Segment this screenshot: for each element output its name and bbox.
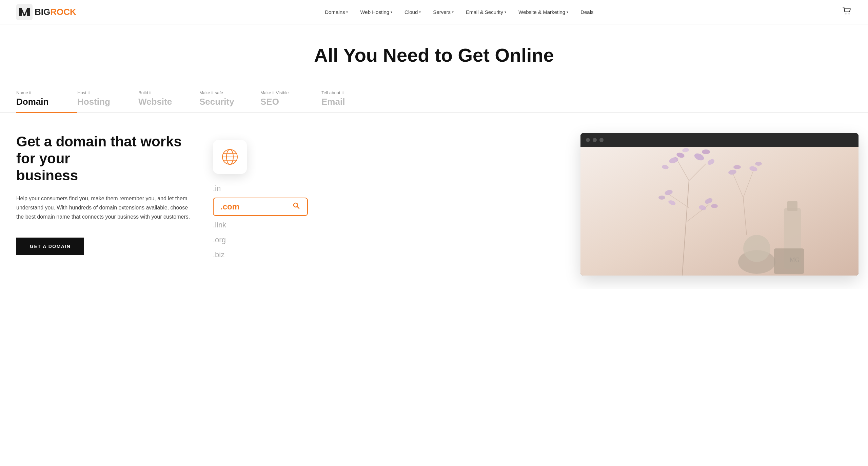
svg-line-9 <box>297 206 299 208</box>
browser-dot-2 <box>593 138 597 142</box>
nav-website-marketing-label: Website & Marketing <box>518 9 565 15</box>
svg-point-27 <box>711 204 718 208</box>
nav-servers[interactable]: Servers ▾ <box>433 9 454 15</box>
chevron-down-icon: ▾ <box>452 10 454 14</box>
svg-point-24 <box>658 196 665 200</box>
tab-security-sub: Make it safe <box>199 90 223 95</box>
nav-deals-label: Deals <box>580 9 593 15</box>
cart-button[interactable] <box>842 6 852 18</box>
ext-in: .in <box>213 183 308 194</box>
tab-website[interactable]: Build it Website <box>138 86 199 113</box>
nav-servers-label: Servers <box>433 9 451 15</box>
nav-email-security-label: Email & Security <box>466 9 503 15</box>
tab-email-label: Email <box>321 97 345 107</box>
browser-dot-1 <box>586 138 590 142</box>
chevron-down-icon: ▾ <box>567 10 568 14</box>
globe-icon <box>220 147 239 166</box>
svg-point-41 <box>755 162 762 166</box>
chevron-down-icon: ▾ <box>346 10 348 14</box>
svg-point-2 <box>848 13 849 14</box>
nav-website-marketing[interactable]: Website & Marketing ▾ <box>518 9 568 15</box>
tab-domain-sub: Name it <box>16 90 32 95</box>
left-panel: Get a domain that works for your busines… <box>16 133 193 256</box>
tab-seo[interactable]: Make it Visible SEO <box>260 86 321 113</box>
tab-domain[interactable]: Name it Domain <box>16 86 77 113</box>
domain-extensions-list: .in .com .link .org .biz <box>213 133 308 261</box>
browser-bar <box>580 133 859 147</box>
logo-icon <box>16 4 33 20</box>
svg-rect-30 <box>787 201 797 211</box>
right-panel: .in .com .link .org .biz <box>213 133 852 276</box>
browser-floral-decoration: MG <box>580 147 859 276</box>
tab-seo-label: SEO <box>260 97 279 107</box>
hero-section: All You Need to Get Online <box>0 24 868 79</box>
ext-biz: .biz <box>213 249 308 261</box>
tab-hosting-sub: Host it <box>77 90 90 95</box>
domain-description: Help your consumers find you, make them … <box>16 194 193 222</box>
svg-point-1 <box>845 13 846 14</box>
ext-com-search[interactable]: .com <box>213 198 308 216</box>
logo-text-rock: ROCK <box>50 7 76 17</box>
chevron-down-icon: ▾ <box>391 10 392 14</box>
svg-rect-0 <box>16 4 33 20</box>
svg-rect-33 <box>743 235 770 262</box>
domain-heading: Get a domain that works for your busines… <box>16 133 193 184</box>
tab-hosting[interactable]: Host it Hosting <box>77 86 138 113</box>
hero-title: All You Need to Get Online <box>16 45 852 66</box>
site-header: BIGROCK Domains ▾ Web Hosting ▾ Cloud ▾ … <box>0 0 868 24</box>
tab-security-label: Security <box>199 97 234 107</box>
nav-cloud[interactable]: Cloud ▾ <box>405 9 421 15</box>
ext-com-label: .com <box>220 202 239 211</box>
nav-domains-label: Domains <box>325 9 345 15</box>
logo[interactable]: BIGROCK <box>16 4 76 20</box>
nav-email-security[interactable]: Email & Security ▾ <box>466 9 506 15</box>
ext-org: .org <box>213 234 308 246</box>
browser-dot-3 <box>599 138 604 142</box>
search-icon <box>292 202 300 212</box>
main-nav: Domains ▾ Web Hosting ▾ Cloud ▾ Servers … <box>325 9 593 15</box>
tab-website-label: Website <box>138 97 172 107</box>
svg-rect-10 <box>580 147 859 276</box>
svg-point-20 <box>702 149 710 154</box>
tab-email[interactable]: Tell about it Email <box>321 86 382 113</box>
nav-domains[interactable]: Domains ▾ <box>325 9 348 15</box>
tab-email-sub: Tell about it <box>321 90 344 95</box>
tab-security[interactable]: Make it safe Security <box>199 86 260 113</box>
chevron-down-icon: ▾ <box>419 10 421 14</box>
nav-deals[interactable]: Deals <box>580 9 593 15</box>
get-domain-button[interactable]: GET A DOMAIN <box>16 238 84 255</box>
browser-mockup: MG <box>580 133 859 276</box>
ext-link: .link <box>213 219 308 231</box>
main-content: Get a domain that works for your busines… <box>0 113 868 289</box>
cart-icon <box>842 6 852 16</box>
chevron-down-icon: ▾ <box>505 10 506 14</box>
nav-web-hosting-label: Web Hosting <box>360 9 389 15</box>
nav-web-hosting[interactable]: Web Hosting ▾ <box>360 9 392 15</box>
logo-text-big: BIG <box>35 7 50 17</box>
tab-domain-label: Domain <box>16 97 48 107</box>
floral-svg: MG <box>580 147 859 276</box>
product-tabs: Name it Domain Host it Hosting Build it … <box>0 86 868 113</box>
nav-cloud-label: Cloud <box>405 9 418 15</box>
tab-seo-sub: Make it Visible <box>260 90 289 95</box>
globe-card <box>213 140 247 174</box>
browser-content: MG <box>580 147 859 276</box>
svg-rect-34 <box>774 248 804 274</box>
svg-point-39 <box>733 165 741 169</box>
tab-website-sub: Build it <box>138 90 152 95</box>
tab-hosting-label: Hosting <box>77 97 110 107</box>
